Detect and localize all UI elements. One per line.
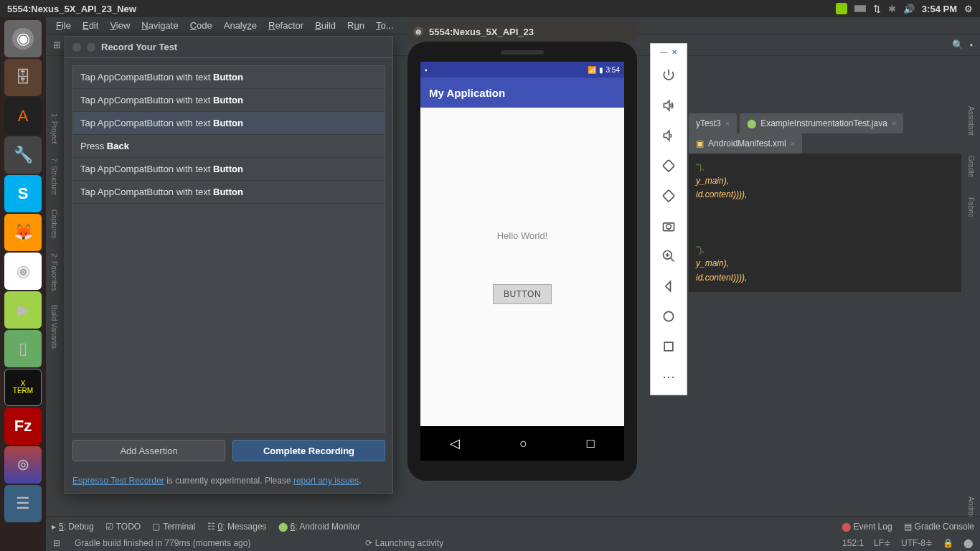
mail-icon[interactable]	[854, 3, 866, 14]
close-icon[interactable]: ⊗	[413, 27, 423, 37]
code-editor[interactable]: "), y_main), id.content)))), "), y_main)…	[689, 154, 961, 292]
close-icon[interactable]	[72, 43, 81, 52]
menu-code[interactable]: Code	[186, 19, 217, 32]
close-icon[interactable]: ×	[892, 119, 896, 128]
device-screen[interactable]: ▪ 📶 ▮ 3:54 My Application Hello World! B…	[420, 62, 624, 461]
right-tool-gutter: Assistant Gradle Fabric Android Model	[961, 95, 980, 551]
editor-tab[interactable]: yTest3×	[689, 113, 737, 133]
list-item[interactable]: Tap AppCompatButton with text Button	[73, 66, 385, 89]
espresso-link[interactable]: Espresso Test Recorder	[72, 476, 164, 486]
chrome-icon[interactable]: ◉	[4, 253, 42, 290]
caret-position[interactable]: 152:1	[842, 538, 864, 548]
user-icon[interactable]	[836, 3, 847, 14]
network-icon[interactable]: ⇅	[873, 4, 881, 14]
settings-icon[interactable]: 🔧	[4, 136, 42, 174]
close-icon[interactable]: ×	[791, 139, 795, 148]
line-separator[interactable]: LF≑	[874, 538, 891, 548]
minimize-icon[interactable]: —	[660, 48, 667, 56]
volume-down-icon[interactable]	[651, 121, 687, 151]
emulator-icon[interactable]: ▯	[4, 330, 42, 367]
tool-favorites[interactable]: 2: Favorites	[50, 253, 58, 291]
tool-fabric[interactable]: Fabric	[966, 193, 976, 222]
bluetooth-icon[interactable]: ✱	[888, 4, 896, 14]
files-icon[interactable]: 🗄	[4, 59, 42, 96]
gear-icon[interactable]: ⚙	[964, 4, 973, 14]
git-icon[interactable]: ⬤	[963, 538, 973, 548]
event-log[interactable]: ⬤ Event Log	[842, 522, 892, 532]
back-icon[interactable]	[651, 271, 687, 301]
app-button[interactable]: BUTTON	[493, 284, 552, 304]
tool-terminal[interactable]: ▢ Terminal	[152, 522, 195, 532]
tool-android-monitor[interactable]: ⬤ 6: Android Monitor	[278, 522, 360, 532]
insert-mode-icon[interactable]: 🔒	[943, 538, 953, 548]
skype-icon[interactable]: S	[4, 175, 42, 212]
tool-todo[interactable]: ☑ TODO	[105, 522, 141, 532]
app-icon[interactable]: ⊚	[4, 446, 42, 484]
add-assertion-button[interactable]: Add Assertion	[72, 440, 225, 461]
volume-icon[interactable]: 🔊	[903, 4, 915, 14]
recorded-actions-list[interactable]: Tap AppCompatButton with text Button Tap…	[72, 65, 385, 433]
tool-project[interactable]: 1: Project	[50, 113, 58, 143]
zoom-icon[interactable]	[651, 241, 687, 271]
software-updater-icon[interactable]: A	[4, 98, 42, 135]
xterm-icon[interactable]: XTERM	[4, 369, 42, 406]
editor-tab[interactable]: ▣AndroidManifest.xml×	[689, 133, 802, 154]
tool-assistant[interactable]: Assistant	[966, 102, 976, 140]
app-icon-2[interactable]: ☰	[4, 485, 42, 522]
menu-analyze[interactable]: Analyze	[220, 19, 261, 32]
dash-icon[interactable]: ◉	[4, 20, 42, 57]
list-item[interactable]: Tap AppCompatButton with text Button	[73, 112, 385, 135]
search-icon[interactable]: 🔍	[952, 39, 963, 50]
menu-tools[interactable]: To...	[372, 19, 398, 32]
tool-messages[interactable]: ☷ 0: Messages	[207, 522, 267, 532]
complete-recording-button[interactable]: Complete Recording	[232, 440, 385, 461]
minimize-icon[interactable]	[87, 43, 95, 52]
menu-file[interactable]: File	[52, 19, 75, 32]
gradle-console[interactable]: ▤ Gradle Console	[904, 522, 974, 532]
editor-tab[interactable]: ⬤ExampleInstrumentationTest.java×	[740, 113, 903, 133]
menu-refactor[interactable]: Refactor	[264, 19, 308, 32]
clock[interactable]: 3:54 PM	[922, 4, 957, 14]
tool-gradle[interactable]: Gradle	[966, 151, 976, 182]
more-icon[interactable]: ⋯	[651, 362, 687, 392]
power-icon[interactable]	[651, 60, 687, 90]
firefox-icon[interactable]: 🦊	[4, 214, 42, 251]
status-message: Gradle build finished in 779ms (moments …	[75, 538, 250, 548]
emulator-title: 5554:Nexus_5X_API_23	[429, 27, 534, 37]
tool-build-variants[interactable]: Build Variants	[50, 305, 58, 349]
list-item[interactable]: Tap AppCompatButton with text Button	[73, 89, 385, 112]
tool-captures[interactable]: Captures	[50, 209, 58, 239]
svg-point-5	[664, 311, 673, 321]
battery-icon: ▮	[599, 66, 603, 74]
menu-build[interactable]: Build	[311, 19, 340, 32]
overview-icon[interactable]	[651, 331, 687, 362]
toggle-icon[interactable]: ⊟	[53, 538, 60, 548]
breadcrumb-icon[interactable]: ⊞	[53, 39, 61, 50]
list-item[interactable]: Press Back	[73, 135, 385, 158]
menu-run[interactable]: Run	[343, 19, 369, 32]
report-issues-link[interactable]: report any issues	[293, 476, 359, 486]
home-icon[interactable]: ○	[519, 436, 527, 451]
emulator-titlebar[interactable]: ⊗ 5554:Nexus_5X_API_23	[407, 22, 637, 42]
close-icon[interactable]: ✕	[672, 48, 677, 56]
close-icon[interactable]: ×	[725, 119, 730, 128]
screenshot-icon[interactable]	[651, 211, 687, 241]
back-icon[interactable]: ◁	[450, 435, 460, 451]
recents-icon[interactable]: □	[587, 436, 595, 451]
volume-up-icon[interactable]	[651, 90, 687, 121]
tool-debug[interactable]: ▸ 5: Debug	[52, 522, 94, 532]
menu-view[interactable]: View	[105, 19, 134, 32]
tool-structure[interactable]: 7: Structure	[50, 158, 58, 195]
home-icon[interactable]	[651, 301, 687, 331]
file-encoding[interactable]: UTF-8≑	[901, 538, 933, 548]
list-item[interactable]: Tap AppCompatButton with text Button	[73, 181, 385, 204]
rotate-left-icon[interactable]	[651, 151, 687, 181]
list-item[interactable]: Tap AppCompatButton with text Button	[73, 158, 385, 181]
app-bar: My Application	[420, 77, 624, 108]
avatar-icon[interactable]: ▪	[969, 39, 973, 50]
android-studio-icon[interactable]: ▶	[4, 291, 42, 329]
filezilla-icon[interactable]: Fz	[4, 408, 42, 445]
menu-navigate[interactable]: Navigate	[137, 19, 182, 32]
rotate-right-icon[interactable]	[651, 181, 687, 211]
menu-edit[interactable]: Edit	[78, 19, 103, 32]
